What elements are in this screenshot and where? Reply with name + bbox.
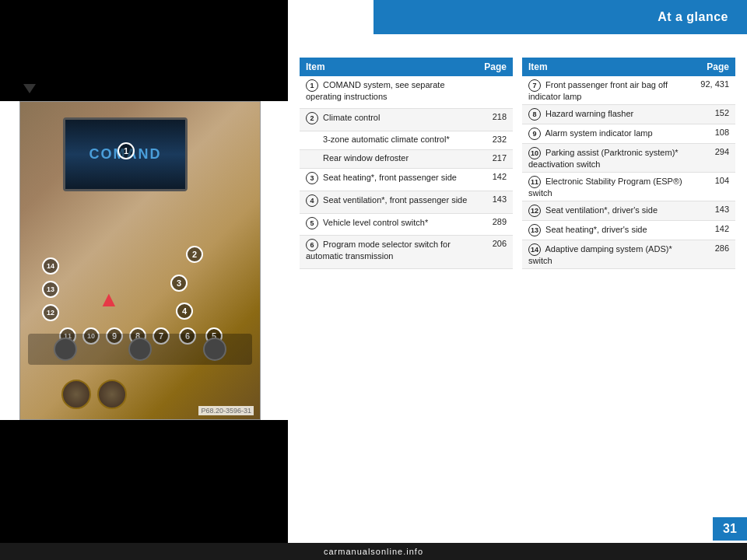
item-number-14: 14 — [528, 243, 541, 256]
right-table-page-cell: 104 — [694, 173, 735, 201]
item-label-12: 12 — [42, 304, 59, 321]
item-number-3: 3 — [306, 172, 318, 184]
right-table-row: 10 Parking assist (Parktronic system)* d… — [522, 144, 735, 173]
item-number-12: 12 — [528, 205, 541, 217]
watermark-bar: carmanualsonline.info — [0, 543, 747, 560]
left-table-row: 5 Vehicle level control switch*289 — [300, 213, 513, 236]
knob-right — [203, 338, 226, 361]
left-table-row: 6 Program mode selector switch for autom… — [300, 236, 513, 269]
left-table-row: 1 COMAND system, see separate operating … — [300, 76, 513, 109]
item-number-10: 10 — [528, 147, 541, 159]
item-label-1: 1 — [117, 142, 135, 159]
right-table-row: 8 Hazard warning flasher152 — [522, 105, 735, 124]
right-table-page-cell: 143 — [694, 201, 735, 221]
item-label-13: 13 — [42, 281, 59, 298]
knob-left — [54, 338, 77, 361]
left-bottom-black — [0, 420, 288, 560]
cup-holders — [59, 373, 129, 415]
item-number-6: 6 — [306, 239, 318, 251]
knob-center — [128, 338, 152, 361]
right-table-page-cell: 152 — [694, 105, 735, 124]
left-table-item-cell: Rear window defroster — [300, 150, 478, 169]
header-title: At a glance — [658, 10, 728, 24]
warning-triangle-icon — [98, 287, 120, 306]
right-table-row: 7 Front passenger front air bag off indi… — [522, 76, 735, 105]
left-table-item-cell: 5 Vehicle level control switch* — [300, 213, 478, 236]
left-table-item-cell: 2 Climate control — [300, 109, 478, 131]
right-table-item-cell: 7 Front passenger front air bag off indi… — [522, 76, 694, 105]
item-number-11: 11 — [528, 176, 541, 188]
left-table-page-cell — [478, 76, 513, 109]
left-table-row: 3-zone automatic climate control*232 — [300, 131, 513, 150]
left-table-page-cell: 143 — [478, 191, 513, 214]
right-table-page-cell: 142 — [694, 221, 735, 240]
triangle-arrow — [23, 84, 36, 93]
right-table-item-cell: 11 Electronic Stability Program (ESP®) s… — [522, 173, 694, 201]
car-interior-bg: COMAND 1 2 3 4 5 6 7 8 9 10 11 12 13 14 — [20, 102, 260, 419]
item-number-13: 13 — [528, 224, 541, 236]
right-table-row: 9 Alarm system indicator lamp108 — [522, 124, 735, 144]
left-table-page-header: Page — [478, 58, 513, 76]
item-number-4: 4 — [306, 194, 318, 207]
right-reference-table: Item Page 7 Front passenger front air ba… — [522, 58, 735, 269]
page-number-badge: 31 — [713, 517, 747, 541]
item-number-2: 2 — [306, 112, 318, 124]
cup-holder-right — [97, 380, 127, 409]
left-table-page-cell: 232 — [478, 131, 513, 150]
left-table-page-cell: 142 — [478, 169, 513, 191]
right-table-page-cell: 108 — [694, 124, 735, 144]
right-table-page-cell: 92, 431 — [694, 76, 735, 105]
item-label-4: 4 — [176, 303, 193, 320]
left-table-page-cell: 289 — [478, 213, 513, 236]
left-table-row: 3 Seat heating*, front passenger side142 — [300, 169, 513, 191]
right-table-item-cell: 8 Hazard warning flasher — [522, 105, 694, 124]
right-table-item-cell: 13 Seat heating*, driver's side — [522, 221, 694, 240]
left-table-item-cell: 6 Program mode selector switch for autom… — [300, 236, 478, 269]
right-table-item-header: Item — [522, 58, 694, 76]
right-table-item-cell: 14 Adaptive damping system (ADS)* switch — [522, 240, 694, 269]
right-table-item-cell: 12 Seat ventilation*, driver's side — [522, 201, 694, 221]
left-table-page-cell: 218 — [478, 109, 513, 131]
cup-holder-left — [61, 380, 91, 409]
controls-row — [28, 334, 252, 365]
header-bar: At a glance — [374, 0, 747, 34]
left-reference-table: Item Page 1 COMAND system, see separate … — [300, 58, 513, 269]
tables-container: Item Page 1 COMAND system, see separate … — [300, 58, 735, 269]
item-number-5: 5 — [306, 217, 318, 229]
right-table-page-cell: 286 — [694, 240, 735, 269]
item-label-14: 14 — [42, 257, 59, 275]
left-table-page-cell: 217 — [478, 150, 513, 169]
image-caption: P68.20-3596-31 — [198, 406, 254, 415]
item-label-2: 2 — [186, 246, 203, 263]
right-table-item-cell: 9 Alarm system indicator lamp — [522, 124, 694, 144]
item-number-9: 9 — [528, 128, 541, 140]
item-number-8: 8 — [528, 108, 541, 121]
right-table-row: 13 Seat heating*, driver's side142 — [522, 221, 735, 240]
left-table-row: 4 Seat ventilation*, front passenger sid… — [300, 191, 513, 214]
right-table-row: 12 Seat ventilation*, driver's side143 — [522, 201, 735, 221]
left-table-item-cell: 1 COMAND system, see separate operating … — [300, 76, 478, 109]
right-table-item-cell: 10 Parking assist (Parktronic system)* d… — [522, 144, 694, 173]
right-table-page-cell: 294 — [694, 144, 735, 173]
left-table-row: 2 Climate control218 — [300, 109, 513, 131]
left-table-item-cell: 3 Seat heating*, front passenger side — [300, 169, 478, 191]
item-number-7: 7 — [528, 79, 541, 92]
left-table-page-cell: 206 — [478, 236, 513, 269]
left-top-black — [0, 0, 288, 101]
left-table-row: Rear window defroster217 — [300, 150, 513, 169]
right-table-row: 11 Electronic Stability Program (ESP®) s… — [522, 173, 735, 201]
right-table-row: 14 Adaptive damping system (ADS)* switch… — [522, 240, 735, 269]
watermark-text: carmanualsonline.info — [324, 547, 423, 556]
item-number-1: 1 — [306, 79, 318, 92]
right-table-page-header: Page — [694, 58, 735, 76]
left-table-item-header: Item — [300, 58, 478, 76]
car-image: COMAND 1 2 3 4 5 6 7 8 9 10 11 12 13 14 … — [19, 101, 261, 420]
left-table-item-cell: 3-zone automatic climate control* — [300, 131, 478, 150]
main-content: Item Page 1 COMAND system, see separate … — [288, 34, 747, 560]
item-label-3: 3 — [170, 275, 188, 292]
left-table-item-cell: 4 Seat ventilation*, front passenger sid… — [300, 191, 478, 214]
